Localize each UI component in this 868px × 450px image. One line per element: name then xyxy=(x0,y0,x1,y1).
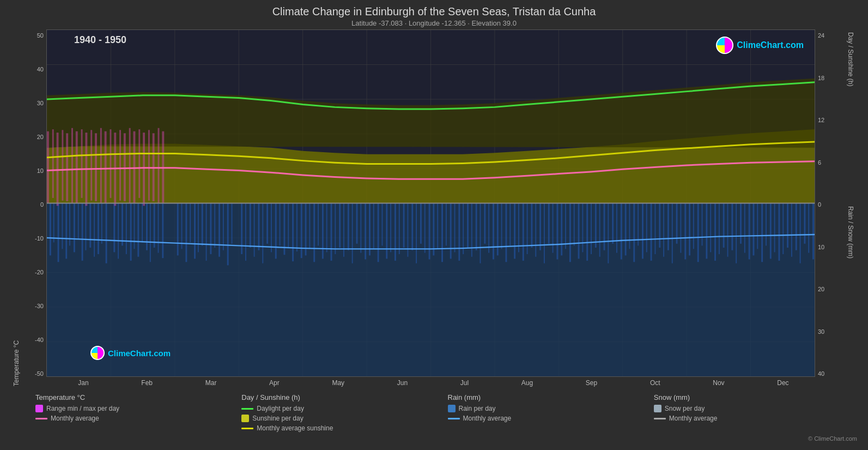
svg-rect-108 xyxy=(429,203,430,260)
svg-rect-207 xyxy=(76,131,78,203)
svg-rect-29 xyxy=(78,203,79,239)
svg-rect-221 xyxy=(143,133,145,206)
svg-rect-98 xyxy=(386,203,387,259)
svg-rect-206 xyxy=(71,128,73,203)
x-label-jul: Jul xyxy=(460,379,469,387)
svg-rect-79 xyxy=(305,203,307,256)
svg-rect-120 xyxy=(480,203,481,263)
y-label-right-top: Day / Sunshine (h) xyxy=(845,29,856,203)
svg-rect-31 xyxy=(85,203,86,250)
svg-rect-201 xyxy=(47,131,49,203)
svg-rect-28 xyxy=(74,203,75,253)
svg-rect-92 xyxy=(360,203,361,253)
svg-rect-217 xyxy=(124,133,126,201)
logo-text-bottom: ClimeChart.com xyxy=(108,349,171,358)
legend-item-temp-avg: Monthly average xyxy=(35,415,239,422)
svg-rect-54 xyxy=(194,203,196,259)
logo-top-right: ClimeChart.com xyxy=(716,37,804,54)
svg-rect-171 xyxy=(697,203,699,262)
svg-rect-133 xyxy=(535,203,536,257)
x-label-sep: Sep xyxy=(586,379,597,387)
svg-rect-198 xyxy=(812,203,814,260)
svg-rect-90 xyxy=(352,203,353,263)
svg-rect-46 xyxy=(150,203,151,262)
svg-rect-213 xyxy=(105,131,107,203)
legend-item-temp-range: Range min / max per day xyxy=(35,405,239,412)
svg-rect-96 xyxy=(378,203,379,262)
svg-rect-112 xyxy=(446,203,447,246)
x-label-feb: Feb xyxy=(141,379,153,387)
svg-rect-177 xyxy=(723,203,725,248)
legend-swatch-temp-range xyxy=(35,405,43,412)
svg-rect-22 xyxy=(50,203,51,256)
legend-item-sunshine: Sunshine per day xyxy=(241,415,445,422)
legend-label-snow-avg: Monthly average xyxy=(669,415,718,422)
svg-rect-89 xyxy=(348,203,349,250)
svg-rect-180 xyxy=(736,203,737,263)
svg-rect-127 xyxy=(509,203,511,246)
svg-rect-68 xyxy=(258,203,259,250)
svg-rect-136 xyxy=(548,203,550,244)
svg-rect-141 xyxy=(569,203,571,262)
svg-rect-196 xyxy=(804,203,805,244)
svg-rect-210 xyxy=(90,130,92,200)
svg-rect-69 xyxy=(262,203,263,263)
svg-rect-143 xyxy=(578,203,580,259)
svg-rect-131 xyxy=(527,203,528,254)
legend-label-sunshine: Sunshine per day xyxy=(252,415,303,422)
y-label-right-bot: Rain / Snow (mm) xyxy=(845,203,856,377)
svg-rect-189 xyxy=(774,203,775,253)
main-container: Climate Change in Edinburgh of the Seven… xyxy=(0,0,868,450)
x-label-mar: Mar xyxy=(205,379,217,387)
svg-rect-191 xyxy=(782,203,784,254)
svg-rect-105 xyxy=(416,203,417,263)
legend-title-snow: Snow (mm) xyxy=(654,393,857,401)
svg-rect-126 xyxy=(505,203,507,262)
chart-svg xyxy=(47,30,815,376)
svg-rect-179 xyxy=(731,203,733,250)
svg-rect-173 xyxy=(706,203,707,259)
chart-subtitle: Latitude -37.083 · Longitude -12.365 · E… xyxy=(11,19,857,27)
svg-rect-118 xyxy=(471,203,472,257)
svg-rect-104 xyxy=(411,203,413,250)
legend-swatch-sunshine-avg xyxy=(241,428,253,429)
svg-rect-115 xyxy=(458,203,460,261)
svg-rect-176 xyxy=(719,203,720,254)
svg-rect-181 xyxy=(740,203,742,244)
svg-rect-41 xyxy=(130,203,132,261)
svg-rect-49 xyxy=(162,203,163,259)
legend-label-daylight: Daylight per day xyxy=(257,405,304,412)
x-label-apr: Apr xyxy=(269,379,280,387)
svg-rect-130 xyxy=(523,203,524,261)
svg-rect-121 xyxy=(484,203,485,244)
svg-rect-144 xyxy=(582,203,583,253)
svg-rect-114 xyxy=(454,203,456,253)
svg-rect-107 xyxy=(424,203,426,253)
svg-rect-174 xyxy=(710,203,711,253)
legend-item-rain: Rain per day xyxy=(448,405,651,412)
svg-rect-169 xyxy=(689,203,690,256)
legend-label-temp-range: Range min / max per day xyxy=(46,405,119,412)
chart-area: Temperature °C 50 40 30 20 10 0 -10 -20 … xyxy=(11,29,857,389)
svg-rect-82 xyxy=(318,203,319,246)
svg-rect-111 xyxy=(441,203,443,262)
svg-rect-195 xyxy=(800,203,801,263)
svg-rect-25 xyxy=(62,203,63,249)
svg-rect-101 xyxy=(399,203,400,254)
svg-rect-24 xyxy=(58,203,59,262)
legend-title-sunshine: Day / Sunshine (h) xyxy=(241,393,445,401)
svg-rect-147 xyxy=(595,203,597,248)
svg-rect-75 xyxy=(288,203,289,249)
svg-rect-44 xyxy=(142,203,143,243)
y-axis-label-right-container: Day / Sunshine (h) Rain / Snow (mm) xyxy=(845,29,857,389)
svg-rect-185 xyxy=(757,203,758,249)
svg-rect-58 xyxy=(210,203,211,254)
svg-rect-186 xyxy=(761,203,763,262)
legend-item-snow: Snow per day xyxy=(654,405,857,412)
y-axis-left: 50 40 30 20 10 0 -10 -20 -30 -40 -50 xyxy=(22,29,46,389)
x-label-jan: Jan xyxy=(78,379,88,387)
svg-rect-168 xyxy=(684,203,686,260)
svg-rect-187 xyxy=(766,203,767,246)
legend-col-rain: Rain (mm) Rain per day Monthly average xyxy=(448,393,651,442)
legend-swatch-rain xyxy=(448,405,456,412)
